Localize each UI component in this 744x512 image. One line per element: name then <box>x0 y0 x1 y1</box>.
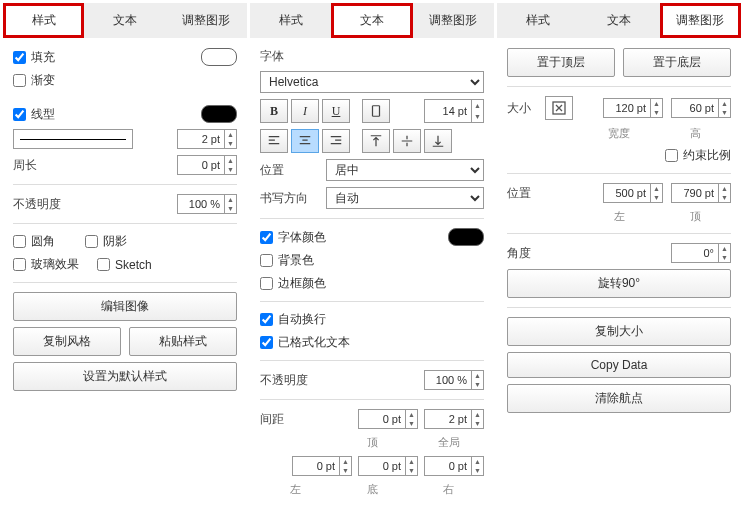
tab-text[interactable]: 文本 <box>331 3 412 38</box>
copy-data-button[interactable]: Copy Data <box>507 352 731 378</box>
glass-checkbox[interactable]: 玻璃效果 <box>13 256 79 273</box>
bottom-spin[interactable]: ▲▼ <box>358 456 418 476</box>
tabs: 样式 文本 调整图形 <box>497 3 741 38</box>
valign-middle-button[interactable] <box>393 129 421 153</box>
left-spin[interactable]: ▲▼ <box>292 456 352 476</box>
fill-checkbox[interactable]: 填充 <box>13 49 55 66</box>
global-spin[interactable]: ▲▼ <box>424 409 484 429</box>
text-opacity-spin[interactable]: ▲▼ <box>424 370 484 390</box>
position-label: 位置 <box>260 162 320 179</box>
font-size-spin[interactable]: ▲▼ <box>424 99 484 123</box>
to-back-button[interactable]: 置于底层 <box>623 48 731 77</box>
tab-text[interactable]: 文本 <box>84 3 165 38</box>
bg-color-checkbox[interactable]: 背景色 <box>260 252 314 269</box>
copy-style-button[interactable]: 复制风格 <box>13 327 121 356</box>
position-select[interactable]: 居中 <box>326 159 484 181</box>
top-spin[interactable]: ▲▼ <box>671 183 731 203</box>
tab-style[interactable]: 样式 <box>497 3 578 38</box>
perimeter-input[interactable] <box>178 156 224 174</box>
sketch-checkbox[interactable]: Sketch <box>97 258 152 272</box>
pos-label: 位置 <box>507 185 537 202</box>
bold-button[interactable]: B <box>260 99 288 123</box>
align-center-button[interactable] <box>291 129 319 153</box>
spacing-label: 间距 <box>260 411 300 428</box>
opacity-label: 不透明度 <box>13 196 61 213</box>
valign-bottom-button[interactable] <box>424 129 452 153</box>
paste-style-button[interactable]: 粘贴样式 <box>129 327 237 356</box>
tab-arrange[interactable]: 调整图形 <box>413 3 494 38</box>
formatted-checkbox[interactable]: 已格式化文本 <box>260 334 350 351</box>
left-spin[interactable]: ▲▼ <box>603 183 663 203</box>
writing-select[interactable]: 自动 <box>326 187 484 209</box>
vertical-text-button[interactable] <box>362 99 390 123</box>
align-left-button[interactable] <box>260 129 288 153</box>
text-body: 字体 Helvetica B I U ▲▼ 位置居中 书写方向自动 字体颜色 背… <box>250 38 494 511</box>
constrain-checkbox[interactable]: 约束比例 <box>665 147 731 164</box>
fill-label: 填充 <box>31 49 55 66</box>
clear-waypoints-button[interactable]: 清除航点 <box>507 384 731 413</box>
align-right-button[interactable] <box>322 129 350 153</box>
font-color-swatch[interactable] <box>448 228 484 246</box>
border-color-checkbox[interactable]: 边框颜色 <box>260 275 326 292</box>
font-label: 字体 <box>260 48 484 65</box>
gradient-label: 渐变 <box>31 72 55 89</box>
font-size-input[interactable] <box>425 100 471 122</box>
tab-arrange[interactable]: 调整图形 <box>166 3 247 38</box>
wrap-checkbox[interactable]: 自动换行 <box>260 311 326 328</box>
arrange-body: 置于顶层 置于底层 大小 ▲▼ ▲▼ 宽度高 约束比例 位置 ▲▼ ▲▼ 左顶 … <box>497 38 741 427</box>
angle-label: 角度 <box>507 245 537 262</box>
tabs: 样式 文本 调整图形 <box>3 3 247 38</box>
copy-size-button[interactable]: 复制大小 <box>507 317 731 346</box>
width-spin[interactable]: ▲▼ <box>603 98 663 118</box>
line-label: 线型 <box>31 106 55 123</box>
autosize-icon[interactable] <box>545 96 573 120</box>
style-body: 填充 渐变 线型 ▲▼ 周长 ▲▼ 不透明度 ▲▼ <box>3 38 247 405</box>
to-front-button[interactable]: 置于顶层 <box>507 48 615 77</box>
line-style-select[interactable] <box>13 129 133 149</box>
rotate90-button[interactable]: 旋转90° <box>507 269 731 298</box>
underline-button[interactable]: U <box>322 99 350 123</box>
opacity-input[interactable] <box>178 195 224 213</box>
top-spin[interactable]: ▲▼ <box>358 409 418 429</box>
tab-style[interactable]: 样式 <box>3 3 84 38</box>
valign-top-button[interactable] <box>362 129 390 153</box>
rounded-checkbox[interactable]: 圆角 <box>13 233 55 250</box>
font-color-checkbox[interactable]: 字体颜色 <box>260 229 326 246</box>
height-spin[interactable]: ▲▼ <box>671 98 731 118</box>
size-label: 大小 <box>507 100 537 117</box>
line-swatch[interactable] <box>201 105 237 123</box>
line-width-spin[interactable]: ▲▼ <box>177 129 237 149</box>
line-checkbox[interactable]: 线型 <box>13 106 55 123</box>
shadow-checkbox[interactable]: 阴影 <box>85 233 127 250</box>
italic-button[interactable]: I <box>291 99 319 123</box>
tabs: 样式 文本 调整图形 <box>250 3 494 38</box>
opacity-label: 不透明度 <box>260 372 308 389</box>
tab-arrange[interactable]: 调整图形 <box>660 3 741 38</box>
perimeter-label: 周长 <box>13 157 37 174</box>
tab-text[interactable]: 文本 <box>578 3 659 38</box>
perimeter-spin[interactable]: ▲▼ <box>177 155 237 175</box>
set-default-button[interactable]: 设置为默认样式 <box>13 362 237 391</box>
font-select[interactable]: Helvetica <box>260 71 484 93</box>
edit-image-button[interactable]: 编辑图像 <box>13 292 237 321</box>
gradient-checkbox[interactable]: 渐变 <box>13 72 55 89</box>
fill-swatch[interactable] <box>201 48 237 66</box>
pane-text: 样式 文本 调整图形 字体 Helvetica B I U ▲▼ 位置居中 书写… <box>250 3 494 511</box>
pane-style: 样式 文本 调整图形 填充 渐变 线型 ▲▼ 周长 ▲▼ 不 <box>3 3 247 511</box>
line-width-input[interactable] <box>178 130 224 148</box>
opacity-spin[interactable]: ▲▼ <box>177 194 237 214</box>
tab-style[interactable]: 样式 <box>250 3 331 38</box>
right-spin[interactable]: ▲▼ <box>424 456 484 476</box>
writing-label: 书写方向 <box>260 190 320 207</box>
pane-arrange: 样式 文本 调整图形 置于顶层 置于底层 大小 ▲▼ ▲▼ 宽度高 约束比例 位… <box>497 3 741 511</box>
angle-spin[interactable]: ▲▼ <box>671 243 731 263</box>
